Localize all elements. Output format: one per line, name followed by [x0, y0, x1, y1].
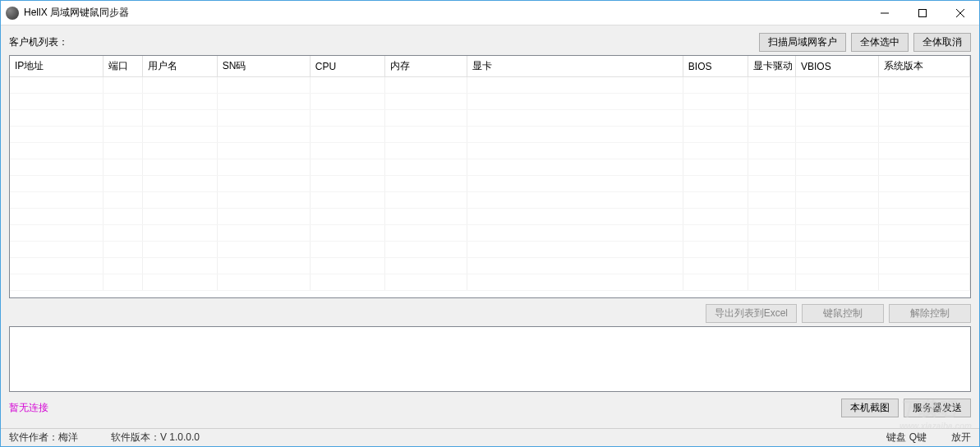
- select-all-button[interactable]: 全体选中: [851, 33, 909, 52]
- deselect-all-button[interactable]: 全体取消: [913, 33, 971, 52]
- top-toolbar: 客户机列表： 扫描局域网客户 全体选中 全体取消: [9, 32, 971, 52]
- statusbar: 软件作者：梅洋 软件版本：V 1.0.0.0 键盘 Q键 放开: [1, 428, 979, 446]
- table-row[interactable]: [10, 225, 970, 242]
- maximize-icon: [918, 9, 927, 17]
- client-list-label: 客户机列表：: [9, 35, 68, 49]
- screenshot-button[interactable]: 本机截图: [841, 399, 899, 417]
- table-row[interactable]: [10, 209, 970, 225]
- table-row[interactable]: [10, 159, 970, 176]
- export-excel-button[interactable]: 导出列表到Excel: [706, 304, 797, 323]
- client-table-container: IP地址端口用户名SN码CPU内存显卡BIOS显卡驱动VBIOS系统版本: [9, 55, 971, 298]
- client-table[interactable]: IP地址端口用户名SN码CPU内存显卡BIOS显卡驱动VBIOS系统版本: [10, 56, 970, 291]
- table-row[interactable]: [10, 94, 970, 110]
- table-row[interactable]: [10, 110, 970, 127]
- server-send-button[interactable]: 服务器发送: [904, 399, 971, 417]
- author-label: 软件作者：梅洋: [9, 431, 78, 445]
- connection-status: 暂无连接: [9, 401, 48, 415]
- window-title: HellX 局域网键鼠同步器: [24, 6, 129, 20]
- version-label: 软件版本：V 1.0.0.0: [111, 431, 200, 445]
- table-actions: 导出列表到Excel 键鼠控制 解除控制: [9, 298, 971, 325]
- release-control-button[interactable]: 解除控制: [889, 304, 971, 323]
- table-row[interactable]: [10, 258, 970, 274]
- column-header-cpu[interactable]: CPU: [310, 56, 384, 77]
- scan-lan-button[interactable]: 扫描局域网客户: [759, 33, 846, 52]
- column-header-port[interactable]: 端口: [103, 56, 142, 77]
- table-row[interactable]: [10, 127, 970, 143]
- column-header-sn[interactable]: SN码: [217, 56, 310, 77]
- table-row[interactable]: [10, 242, 970, 258]
- column-header-mem[interactable]: 内存: [384, 56, 467, 77]
- column-header-gpu[interactable]: 显卡: [467, 56, 683, 77]
- km-control-button[interactable]: 键鼠控制: [802, 304, 884, 323]
- svg-rect-1: [919, 9, 927, 16]
- maximize-button[interactable]: [904, 1, 941, 25]
- table-row[interactable]: [10, 77, 970, 94]
- column-header-user[interactable]: 用户名: [142, 56, 217, 77]
- column-header-gpudrv[interactable]: 显卡驱动: [748, 56, 796, 77]
- bottom-bar: 暂无连接 本机截图 服务器发送: [9, 395, 971, 420]
- keyboard-status-label: 键盘 Q键: [886, 431, 927, 445]
- column-header-vbios[interactable]: VBIOS: [796, 56, 879, 77]
- table-row[interactable]: [10, 143, 970, 159]
- close-button[interactable]: [941, 1, 979, 25]
- minimize-icon: [881, 9, 889, 17]
- minimize-button[interactable]: [866, 1, 904, 25]
- titlebar: HellX 局域网键鼠同步器: [1, 1, 979, 25]
- app-window: HellX 局域网键鼠同步器 客户机列表： 扫描局域网客户 全体选中 全体取消 …: [0, 0, 980, 447]
- table-row[interactable]: [10, 274, 970, 291]
- client-area: 客户机列表： 扫描局域网客户 全体选中 全体取消 IP地址端口用户名SN码CPU…: [1, 25, 979, 428]
- column-header-ip[interactable]: IP地址: [10, 56, 103, 77]
- app-icon: [6, 7, 19, 20]
- log-textarea[interactable]: [9, 326, 971, 392]
- column-header-bios[interactable]: BIOS: [683, 56, 748, 77]
- column-header-osver[interactable]: 系统版本: [878, 56, 969, 77]
- table-row[interactable]: [10, 176, 970, 192]
- table-header-row: IP地址端口用户名SN码CPU内存显卡BIOS显卡驱动VBIOS系统版本: [10, 56, 970, 77]
- table-row[interactable]: [10, 192, 970, 209]
- release-status-label: 放开: [951, 431, 971, 445]
- close-icon: [956, 9, 964, 17]
